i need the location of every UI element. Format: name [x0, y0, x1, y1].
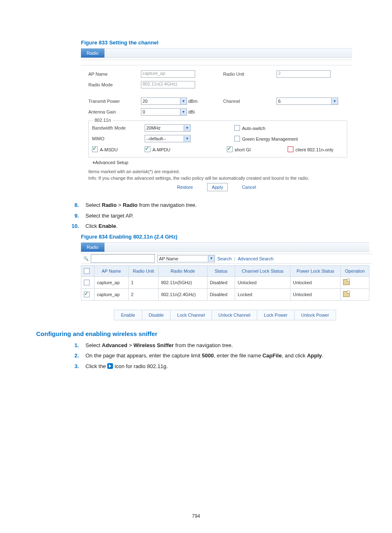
table-row: capture_ap 2 802.11n(2.4GHz) Disabled Lo… [81, 288, 369, 300]
chevron-down-icon: ▾ [208, 255, 214, 262]
unlock-channel-button[interactable]: Unlock Channel [212, 310, 258, 320]
radio-table: AP Name Radio Unit Radio Mode Status Cha… [81, 265, 369, 301]
tab-radio[interactable]: Radio [81, 49, 105, 58]
restore-button[interactable]: Restore [173, 183, 198, 191]
antenna-gain-select[interactable]: 0▾ [141, 108, 187, 116]
cell-status: Disabled [207, 276, 235, 288]
cell-mode: 802.11n(5GHz) [159, 276, 207, 288]
bandwidth-select[interactable]: 20MHz▾ [145, 124, 191, 132]
step-text: Click Enable. [85, 222, 118, 230]
figure-833-screenshot: Radio AP Name capture_ap Radio Unit 2 Ra… [81, 48, 352, 191]
cell-chlock: Unlocked [235, 276, 290, 288]
bandwidth-label: Bandwidth Mode [92, 125, 145, 130]
lock-power-button[interactable]: Lock Power [257, 310, 294, 320]
tx-power-select[interactable]: 20▾ [141, 97, 187, 105]
ap-name-label: AP Name [88, 72, 141, 76]
cell-pwlock: Unlocked [290, 288, 340, 300]
step-text: Select the target AP. [85, 212, 134, 220]
page-number: 794 [0, 513, 392, 519]
info-note: Info: If you change the advanced setting… [88, 176, 352, 181]
cell-apname: capture_ap [95, 288, 129, 300]
radio-unit-label: Radio Unit [223, 72, 277, 76]
search-bar: AP Name▾ Search | Advanced Search [81, 254, 372, 264]
edit-icon[interactable] [343, 279, 350, 285]
chevron-down-icon: ▾ [184, 136, 190, 142]
section-heading: Configuring and enabling wireless sniffe… [36, 330, 356, 337]
radio-unit-input: 2 [277, 70, 331, 78]
step-number: 8. [69, 201, 79, 209]
enable-button[interactable]: Enable [114, 310, 142, 320]
advanced-search-link[interactable]: Advanced Search [238, 254, 274, 263]
cell-pwlock: Unlocked [290, 276, 340, 288]
ampdu-label: A-MPDU [152, 147, 170, 152]
green-energy-checkbox[interactable] [234, 136, 240, 141]
unlock-power-button[interactable]: Unlock Power [294, 310, 336, 320]
figure-834-screenshot: Radio AP Name▾ Search | Advanced Search … [81, 242, 369, 320]
action-row: Enable Disable Lock Channel Unlock Chann… [81, 310, 369, 320]
step-number: 9. [69, 212, 79, 220]
step-item: 9. Select the target AP. [69, 212, 356, 220]
form-panel: AP Name capture_ap Radio Unit 2 Radio Mo… [81, 65, 352, 167]
cancel-button[interactable]: Cancel [238, 183, 261, 191]
step-item: 3. Click the icon for radio 802.11g. [69, 362, 356, 371]
client11n-checkbox[interactable] [288, 146, 293, 152]
chevron-down-icon: ▾ [184, 125, 190, 131]
row-checkbox[interactable] [84, 292, 90, 297]
chevron-down-icon: ▾ [180, 109, 187, 115]
shortgi-checkbox[interactable] [227, 146, 233, 152]
col-chlock: Channel Lock Status [235, 265, 290, 276]
cell-mode: 802.11n(2.4GHz) [159, 288, 207, 300]
tx-power-label: Transmit Power [88, 99, 141, 104]
tab-radio[interactable]: Radio [81, 243, 105, 252]
disable-button[interactable]: Disable [142, 310, 171, 320]
step-item: 8. Select Radio > Radio from the navigat… [69, 201, 356, 209]
cell-unit: 1 [128, 276, 158, 288]
row-checkbox[interactable] [84, 280, 90, 285]
cell-status: Disabled [207, 288, 235, 300]
edit-icon[interactable] [343, 291, 350, 297]
autoswitch-checkbox[interactable] [234, 125, 240, 131]
apply-button[interactable]: Apply [207, 183, 228, 191]
col-operation: Operation [341, 265, 369, 276]
step-number: 10. [69, 222, 79, 230]
client11n-label: client 802.11n-only [295, 147, 333, 152]
col-radiounit: Radio Unit [128, 265, 158, 276]
shortgi-label: short GI [235, 147, 251, 152]
step-item: 1. Select Advanced > Wireless Sniffer fr… [69, 341, 356, 350]
amsdu-label: A-MSDU [100, 147, 118, 152]
cell-chlock: Locked [235, 288, 290, 300]
radio-mode-input: 802.11n(2.4GHz) [141, 81, 195, 88]
antenna-gain-unit: dBi [188, 109, 195, 114]
channel-label: Channel [223, 99, 277, 104]
step-number: 3. [69, 362, 79, 371]
steps-a: 8. Select Radio > Radio from the navigat… [69, 201, 356, 230]
search-field-select[interactable]: AP Name▾ [157, 255, 215, 262]
amsdu-checkbox[interactable] [92, 146, 98, 152]
mimo-select[interactable]: --default--▾ [145, 135, 191, 142]
step-item: 10. Click Enable. [69, 222, 356, 230]
channel-select[interactable]: 6▾ [277, 97, 338, 105]
col-apname: AP Name [95, 265, 129, 276]
step-item: 2. On the page that appears, enter the c… [69, 352, 356, 360]
lock-channel-button[interactable]: Lock Channel [170, 310, 212, 320]
step-text: On the page that appears, enter the capt… [85, 352, 323, 360]
select-all-checkbox[interactable] [84, 268, 90, 274]
section-legend: 802.11n [93, 118, 113, 123]
search-input[interactable] [91, 254, 155, 263]
green-energy-label: Green Energy Management [242, 137, 298, 141]
cell-apname: capture_ap [95, 276, 129, 288]
advanced-setup-toggle[interactable]: +Advanced Setup [92, 160, 347, 165]
table-row: capture_ap 1 802.11n(5GHz) Disabled Unlo… [81, 276, 369, 288]
mimo-label: MIMO [92, 136, 145, 141]
col-pwlock: Power Lock Status [290, 265, 340, 276]
ampdu-checkbox[interactable] [145, 146, 150, 152]
search-icon [83, 254, 88, 263]
figure-834-caption: Figure 834 Enabling 802.11n (2.4 GHz) [81, 234, 356, 240]
col-radiomode: Radio Mode [159, 265, 207, 276]
chevron-down-icon: ▾ [331, 98, 338, 104]
step-number: 1. [69, 341, 79, 350]
chevron-down-icon: ▾ [180, 98, 187, 104]
required-note: Items marked with an asterisk(*) are req… [88, 169, 352, 174]
step-text: Select Radio > Radio from the navigation… [85, 201, 197, 209]
search-button[interactable]: Search [217, 254, 232, 263]
